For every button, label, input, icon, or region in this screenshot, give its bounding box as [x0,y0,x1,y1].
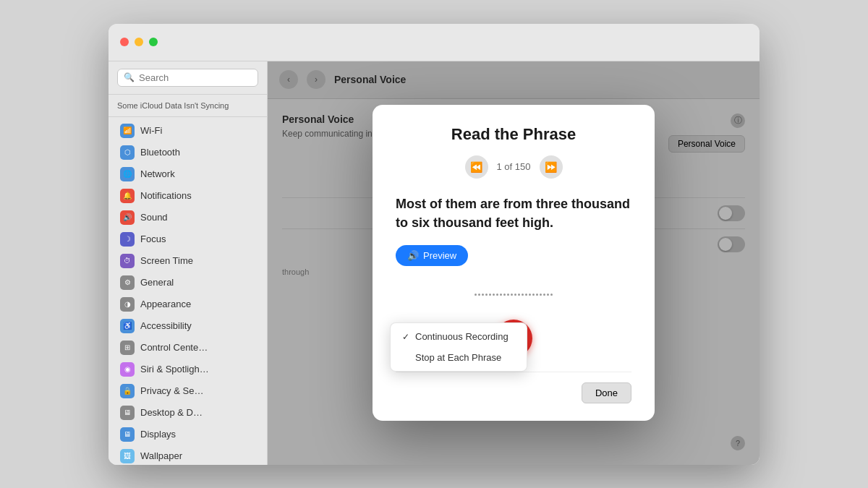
waveform-area [396,283,631,305]
next-phrase-button[interactable]: ⏩ [540,155,563,179]
desktop-icon: 🖥 [120,406,135,420]
waveform-dot [493,294,495,296]
appearance-label: Appearance [140,299,191,309]
network-label: Network [140,168,175,179]
titlebar [109,24,760,61]
focus-icon: ☽ [120,232,135,247]
modal-overlay: Read the Phrase ⏪ 1 of 150 ⏩ Most of the… [268,61,760,465]
controlcenter-icon: ⊞ [120,341,135,355]
phrase-navigation: ⏪ 1 of 150 ⏩ [396,155,631,179]
sidebar-item-siri[interactable]: ◉Siri & Spotligh… [111,359,264,380]
sidebar-item-sound[interactable]: 🔊Sound [111,207,264,228]
siri-label: Siri & Spotligh… [140,364,209,374]
accessibility-label: Accessibility [140,320,192,331]
waveform-dot [550,294,553,296]
sidebar-item-focus[interactable]: ☽Focus [111,228,264,250]
displays-icon: 🖥 [120,427,135,442]
desktop-label: Desktop & D… [140,407,203,418]
sidebar-item-desktop[interactable]: 🖥Desktop & D… [111,402,264,424]
modal-title: Read the Phrase [396,125,631,144]
bluetooth-label: Bluetooth [140,147,180,158]
mac-window: 🔍 Some iCloud Data Isn't Syncing 📶Wi-Fi⬡… [109,24,760,465]
network-icon: 🌐 [120,167,135,181]
waveform-dot [478,294,480,296]
waveform-dot [503,294,506,296]
phrase-counter: 1 of 150 [497,161,531,172]
read-phrase-modal: Read the Phrase ⏪ 1 of 150 ⏩ Most of the… [373,105,655,421]
waveform-dot [532,294,535,296]
waveform-dot [485,294,488,296]
waveform-dot [543,294,545,296]
preview-label: Preview [423,250,456,261]
displays-label: Displays [140,429,176,440]
prev-phrase-button[interactable]: ⏪ [465,155,488,179]
sidebar-item-wifi[interactable]: 📶Wi-Fi [111,120,264,142]
sidebar-item-screentime[interactable]: ⏱Screen Time [111,250,264,272]
waveform-dot [482,294,484,296]
waveform-dot [511,294,513,296]
sidebar-item-displays[interactable]: 🖥Displays [111,424,264,445]
dropdown-item-stop[interactable]: ✓ Stop at Each Phrase [391,347,527,368]
search-input[interactable] [139,72,252,83]
maximize-button[interactable] [149,38,158,46]
sidebar-item-privacy[interactable]: 🔒Privacy & Se… [111,380,264,402]
waveform-dot [489,294,491,296]
traffic-lights [120,38,158,46]
sidebar-item-network[interactable]: 🌐Network [111,163,264,185]
waveform-dot [514,294,516,296]
controlcenter-label: Control Cente… [140,342,208,353]
waveform-dot [536,294,538,296]
sidebar-item-wallpaper[interactable]: 🖼Wallpaper [111,445,264,465]
search-bar: 🔍 [109,61,267,95]
waveform-dot [496,294,498,296]
done-button[interactable]: Done [582,382,631,403]
speaker-icon: 🔊 [407,250,419,261]
wallpaper-icon: 🖼 [120,449,135,463]
sidebar-item-controlcenter[interactable]: ⊞Control Cente… [111,337,264,359]
waveform-dot [529,294,531,296]
general-icon: ⚙ [120,275,135,290]
sidebar-items: 📶Wi-Fi⬡Bluetooth🌐Network🔔Notifications🔊S… [109,117,267,465]
focus-label: Focus [140,234,166,244]
waveform-dot [540,294,542,296]
check-icon: ✓ [402,332,409,342]
notifications-icon: 🔔 [120,189,135,203]
sidebar-item-general[interactable]: ⚙General [111,272,264,294]
modal-footer: ✓ Continuous Recording ✓ Stop at Each Ph… [396,372,631,403]
preview-button[interactable]: 🔊 Preview [396,245,468,266]
sidebar-notice: Some iCloud Data Isn't Syncing [109,95,267,117]
waveform-dot [507,294,509,296]
minimize-button[interactable] [135,38,143,46]
waveform-dot [500,294,502,296]
wallpaper-label: Wallpaper [140,450,182,461]
dropdown-item-stop-label: Stop at Each Phrase [415,352,501,363]
main-content: ‹ › Personal Voice Personal Voice Keep c… [268,61,760,465]
phrase-text: Most of them are from three thousand to … [396,194,631,232]
sidebar-item-bluetooth[interactable]: ⬡Bluetooth [111,142,264,163]
waveform-dot [518,294,520,296]
siri-icon: ◉ [120,362,135,377]
screentime-icon: ⏱ [120,254,135,268]
recording-dropdown-menu: ✓ Continuous Recording ✓ Stop at Each Ph… [390,322,527,372]
privacy-label: Privacy & Se… [140,385,203,396]
notifications-label: Notifications [140,190,192,201]
screentime-label: Screen Time [140,255,193,266]
sidebar: 🔍 Some iCloud Data Isn't Syncing 📶Wi-Fi⬡… [109,61,268,465]
wifi-icon: 📶 [120,124,135,138]
accessibility-icon: ♿ [120,319,135,333]
bluetooth-icon: ⬡ [120,145,135,160]
sidebar-item-appearance[interactable]: ◑Appearance [111,294,264,315]
sound-icon: 🔊 [120,210,135,225]
close-button[interactable] [120,38,129,46]
sidebar-item-accessibility[interactable]: ♿Accessibility [111,315,264,337]
search-input-wrapper[interactable]: 🔍 [117,69,258,87]
waveform-dot [475,294,477,296]
window-content: 🔍 Some iCloud Data Isn't Syncing 📶Wi-Fi⬡… [109,61,760,465]
appearance-icon: ◑ [120,297,135,312]
dropdown-item-continuous[interactable]: ✓ Continuous Recording [391,326,527,347]
general-label: General [140,277,174,288]
privacy-icon: 🔒 [120,384,135,398]
sidebar-item-notifications[interactable]: 🔔Notifications [111,185,264,207]
waveform-dot [547,294,549,296]
waveform-dot [525,294,527,296]
